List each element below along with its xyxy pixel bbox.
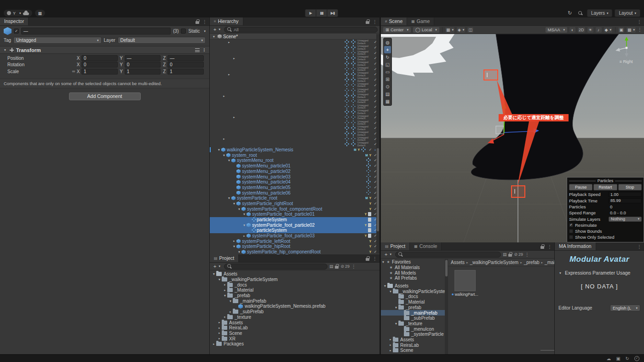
- project-tree-row[interactable]: ▸_docs: [210, 282, 380, 287]
- project-tree-row[interactable]: ▸Scene: [210, 331, 380, 336]
- rotation-y-field[interactable]: 0: [125, 62, 161, 68]
- layer-dropdown[interactable]: Default ▾: [118, 37, 206, 44]
- hidden-count-badge[interactable]: ⊘29: [340, 264, 350, 269]
- foldout-arrow[interactable]: ▼: [228, 299, 233, 303]
- cloud-icon[interactable]: ☁: [606, 356, 611, 361]
- static-dropdown-arrow[interactable]: ▾: [204, 29, 206, 33]
- project-tree-row[interactable]: ▸ReiraLab: [381, 342, 445, 348]
- hierarchy-row[interactable]: UntaggedDefault✓: [210, 109, 380, 115]
- foldout-arrow[interactable]: ▼: [3, 48, 7, 52]
- scale-z-field[interactable]: 1: [167, 69, 204, 75]
- project-column-scrollbar[interactable]: [445, 259, 448, 354]
- hierarchy-row[interactable]: UntaggedDefault✓: [210, 104, 380, 109]
- foldout-arrow[interactable]: ▸: [217, 326, 222, 330]
- foldout-arrow[interactable]: ▸: [222, 94, 226, 98]
- project-tree-row[interactable]: ▼_texture: [381, 321, 445, 327]
- hierarchy-row[interactable]: systemMenu_particle04✓: [210, 179, 380, 185]
- kebab-menu-icon[interactable]: ⋮: [637, 19, 642, 24]
- favorite-item[interactable]: ★All Prefabs: [381, 276, 445, 281]
- foldout-arrow[interactable]: ▸: [227, 73, 231, 76]
- tab-project[interactable]: ▤Project: [381, 242, 410, 250]
- hierarchy-row[interactable]: UntaggedDefault✓: [210, 126, 380, 131]
- kebab-menu-icon[interactable]: ⋮: [525, 252, 529, 257]
- foldout-arrow[interactable]: ▸: [227, 40, 231, 44]
- extra-tool-2[interactable]: ▦: [384, 98, 391, 105]
- hierarchy-row[interactable]: particleSystem✓: [210, 217, 380, 223]
- static-checkbox[interactable]: [181, 29, 186, 34]
- project-tree-row[interactable]: ▸Assets: [210, 320, 380, 325]
- lock-icon[interactable]: [366, 258, 369, 261]
- foldout-arrow[interactable]: ▸: [217, 321, 222, 324]
- hierarchy-row[interactable]: ▸UntaggedDefault✓: [210, 115, 380, 121]
- foldout-arrow[interactable]: ▸: [217, 331, 222, 335]
- custom-tool[interactable]: ⊙: [384, 83, 391, 90]
- hierarchy-row[interactable]: ▼systemParticle_foot_particle01Y✓: [210, 212, 380, 217]
- foldout-arrow[interactable]: ▼: [388, 290, 393, 293]
- project-tree-row[interactable]: ▼_walkingParticleSystem: [210, 277, 380, 282]
- hierarchy-row[interactable]: ▼systemParticle_rootMY✓: [210, 195, 380, 201]
- hierarchy-row[interactable]: UntaggedDefault✓: [210, 131, 380, 137]
- gizmos-dropdown[interactable]: ▩▾: [626, 27, 636, 33]
- lock-icon[interactable]: [540, 246, 544, 249]
- tool-handle-position-button[interactable]: ⊞ Center ▾: [383, 27, 411, 33]
- favorite-item[interactable]: ★All Materials: [381, 265, 445, 270]
- position-x-field[interactable]: 0: [81, 55, 118, 61]
- tab-game[interactable]: ▦ Game: [407, 17, 434, 25]
- constrain-proportions-icon[interactable]: ∞: [71, 69, 76, 74]
- hierarchy-row[interactable]: ▸UntaggedDefault✓: [210, 136, 380, 142]
- favorite-item[interactable]: ★All Models: [381, 270, 445, 276]
- active-checkbox[interactable]: ✓: [14, 29, 19, 34]
- foldout-arrow[interactable]: ▼: [232, 202, 236, 205]
- foldout-arrow[interactable]: ▸: [223, 283, 227, 287]
- project-tree-row[interactable]: ▸Packages: [210, 341, 380, 347]
- pause-button[interactable]: ▮▮: [316, 9, 327, 17]
- transform-tool[interactable]: ⊞: [384, 75, 391, 83]
- play-button[interactable]: ▶: [305, 9, 316, 17]
- hierarchy-search-input[interactable]: All: [224, 27, 378, 33]
- lock-icon[interactable]: [366, 21, 369, 24]
- create-asset-button[interactable]: + ▾: [383, 252, 393, 257]
- restart-button[interactable]: Restart: [593, 184, 617, 190]
- scale-x-field[interactable]: 1: [81, 69, 118, 75]
- project-tree-row[interactable]: _menuIcon: [381, 326, 445, 332]
- hierarchy-row[interactable]: ▼system_rootMY✓: [210, 152, 380, 158]
- transform-component-header[interactable]: ▼ Transform ⋮: [0, 46, 209, 54]
- rotation-x-field[interactable]: 0: [81, 62, 118, 68]
- scene-root-row[interactable]: ▼ Scene*: [210, 34, 380, 40]
- project-tree-row[interactable]: _subPrefab: [381, 316, 445, 321]
- step-button[interactable]: ▶▮: [327, 9, 338, 17]
- msaa-dropdown[interactable]: MSAA ▾: [545, 27, 568, 33]
- layers-dropdown[interactable]: Layers ▾: [587, 9, 613, 17]
- foldout-arrow[interactable]: ▸: [388, 343, 393, 347]
- foldout-arrow[interactable]: ▼: [394, 322, 398, 325]
- view-tool[interactable]: ◍: [384, 39, 391, 46]
- object-name-field[interactable]: —: [21, 28, 171, 34]
- extra-tool-1[interactable]: ▤: [384, 90, 391, 98]
- project-tree-row[interactable]: ▸_texture: [210, 315, 380, 320]
- thumbnail-zoom-slider[interactable]: [540, 348, 554, 352]
- editor-language-dropdown[interactable]: English (L ▾: [610, 305, 640, 311]
- hierarchy-row[interactable]: UntaggedDefault✓: [210, 77, 380, 83]
- project-tree-row[interactable]: ▼_walkingParticleSystem: [381, 288, 445, 294]
- foldout-arrow[interactable]: ▼: [381, 260, 385, 264]
- tab-scene[interactable]: # Scene: [381, 17, 407, 25]
- open-asset-icon[interactable]: ▤: [329, 264, 334, 269]
- project-search-input[interactable]: [395, 252, 501, 258]
- visibility-check[interactable]: ✓: [368, 148, 373, 152]
- check-circle-icon[interactable]: ✓: [634, 356, 639, 361]
- position-z-field[interactable]: —: [167, 55, 204, 61]
- project-tree-row[interactable]: ▼Assets: [381, 283, 445, 289]
- project-tree-row[interactable]: ▸XR: [210, 336, 380, 341]
- search-button[interactable]: [576, 9, 585, 17]
- kebab-menu-icon[interactable]: ⋮: [373, 256, 377, 261]
- foldout-arrow[interactable]: ▼: [212, 35, 216, 38]
- hierarchy-row[interactable]: ▸UntaggedDefault✓: [210, 40, 380, 45]
- asset-thumbnail[interactable]: walkingPart...: [453, 270, 477, 297]
- rotation-z-field[interactable]: 0: [167, 62, 204, 68]
- presets-icon[interactable]: [195, 48, 200, 52]
- tab-hierarchy[interactable]: ≡ Hierarchy: [210, 17, 243, 25]
- pause-button[interactable]: Pause: [569, 184, 592, 190]
- foldout-arrow[interactable]: ▼: [227, 196, 231, 200]
- foldout-arrow[interactable]: ▸: [223, 288, 227, 292]
- toggle-2d-button[interactable]: 2D: [577, 27, 586, 33]
